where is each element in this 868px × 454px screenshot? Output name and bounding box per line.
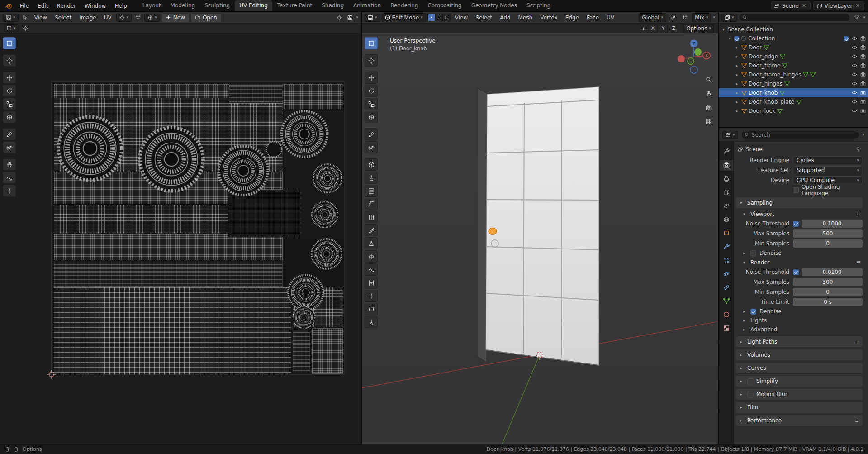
expand-icon[interactable]: ▸ [735, 45, 740, 50]
vp-menu-uv[interactable]: UV [603, 13, 617, 22]
section-curves[interactable]: ▸Curves [736, 363, 863, 373]
viewport-noise-threshold-field[interactable]: 0.1000 [802, 220, 863, 228]
pan-view-icon[interactable] [704, 89, 713, 98]
gizmo-y-neg-axis[interactable] [688, 58, 694, 64]
uv-tool-annotate[interactable] [3, 128, 16, 140]
door-object[interactable] [477, 87, 599, 365]
mirror-y-toggle[interactable]: Y [659, 25, 668, 32]
snapping-magnet-icon[interactable] [680, 13, 690, 22]
vp-tool-transform[interactable] [365, 111, 378, 123]
expand-icon[interactable]: ▸ [735, 100, 740, 104]
render-presets-icon[interactable]: ≡ [857, 259, 863, 265]
tab-render[interactable] [720, 160, 733, 171]
tab-particles[interactable] [720, 255, 733, 266]
viewport-denoise-checkbox[interactable] [750, 250, 756, 256]
section-motion-blur[interactable]: ▸ Motion Blur [736, 389, 863, 400]
uv-menu-uv[interactable]: UV [101, 13, 115, 22]
tab-material[interactable] [720, 309, 733, 320]
hide-eye-icon[interactable] [852, 72, 857, 77]
outliner-row-door-frame-hinges[interactable]: ▸ Door_frame_hinges [719, 70, 868, 79]
vp-menu-view[interactable]: View [452, 13, 471, 22]
expand-icon[interactable]: ▸ [735, 109, 740, 113]
uv-tool-rotate[interactable] [3, 85, 16, 97]
tab-texture[interactable] [720, 323, 733, 334]
tab-physics[interactable] [720, 268, 733, 279]
section-volumes[interactable]: ▸Volumes [736, 349, 863, 360]
section-light-paths[interactable]: ▸Light Paths ≡ [736, 336, 863, 347]
light-paths-presets-icon[interactable]: ≡ [854, 339, 859, 345]
hide-eye-icon[interactable] [852, 99, 857, 105]
expand-icon[interactable]: ▸ [735, 81, 740, 86]
vp-tool-shrink-fatten[interactable] [365, 290, 378, 302]
uv-tool-grab[interactable] [3, 158, 16, 171]
advanced-row[interactable]: ▸Advanced [736, 325, 863, 334]
performance-presets-icon[interactable]: ≡ [854, 418, 859, 424]
pin-icon[interactable] [855, 147, 861, 152]
mirror-x-toggle[interactable]: X [648, 25, 657, 32]
header-overflow-icon[interactable]: ▾ [713, 15, 715, 19]
vp-tool-select-box[interactable] [365, 37, 378, 49]
disable-render-icon[interactable] [860, 72, 866, 77]
outliner-row-door-knob[interactable]: ▸ Door_knob [719, 88, 868, 97]
render-max-samples-field[interactable]: 300 [793, 278, 863, 286]
open-image-button[interactable]: Open [191, 13, 222, 22]
tab-geometry-nodes[interactable]: Geometry Nodes [467, 0, 522, 11]
uv-tool-transform[interactable] [3, 111, 16, 123]
exclude-checkbox[interactable] [844, 36, 849, 41]
gizmo-x-neg-axis[interactable] [678, 55, 685, 62]
tab-modifiers[interactable] [720, 241, 733, 252]
hide-eye-icon[interactable] [852, 54, 857, 59]
viewport-presets-icon[interactable]: ≡ [857, 211, 863, 217]
subsection-render[interactable]: ▾Render ≡ [736, 258, 863, 267]
disable-render-icon[interactable] [860, 45, 866, 50]
hide-eye-icon[interactable] [852, 90, 857, 96]
hide-eye-icon[interactable] [852, 108, 857, 114]
vp-tool-bevel[interactable] [365, 198, 378, 210]
viewport-noise-threshold-checkbox[interactable] [793, 221, 799, 227]
vp-tool-extrude-region[interactable] [365, 172, 378, 184]
disable-render-icon[interactable] [860, 36, 866, 41]
vp-tool-inset-faces[interactable] [365, 185, 378, 197]
feature-set-dropdown[interactable]: Supported▾ [793, 166, 863, 174]
vp-tool-measure[interactable] [365, 141, 378, 153]
scene-selector[interactable]: Scene ✕ [771, 1, 811, 10]
viewport-denoise-row[interactable]: ▸ Denoise [736, 249, 863, 258]
device-dropdown[interactable]: GPU Compute▾ [793, 176, 863, 184]
outliner-row-door-frame[interactable]: ▸ Door_frame [719, 61, 868, 70]
tab-shading[interactable]: Shading [317, 0, 348, 11]
tab-constraints[interactable] [720, 282, 733, 293]
render-denoise-row[interactable]: ▸ Denoise [736, 307, 863, 316]
toggle-perspective-icon[interactable] [704, 117, 713, 126]
tab-sculpting[interactable]: Sculpting [200, 0, 234, 11]
properties-options-icon[interactable]: ▾ [862, 133, 864, 137]
vp-tool-rotate[interactable] [365, 85, 378, 97]
disable-render-icon[interactable] [860, 63, 866, 68]
vp-tool-poly-build[interactable] [365, 237, 378, 249]
vp-menu-face[interactable]: Face [583, 13, 602, 22]
section-performance[interactable]: ▸Performance ≡ [736, 415, 863, 426]
vp-tool-shear[interactable] [365, 303, 378, 315]
tab-view-layer[interactable] [720, 187, 733, 198]
tab-tool[interactable] [720, 146, 733, 157]
outliner-editor-type-selector[interactable]: ▾ [721, 14, 737, 22]
menu-render[interactable]: Render [52, 1, 80, 10]
outliner-row-door-lock[interactable]: ▸ Door_lock [719, 106, 868, 115]
disable-render-icon[interactable] [860, 81, 866, 86]
tab-compositing[interactable]: Compositing [423, 0, 466, 11]
tab-texture-paint[interactable]: Texture Paint [273, 0, 317, 11]
tab-world[interactable] [720, 214, 733, 225]
vp-menu-add[interactable]: Add [497, 13, 513, 22]
expand-icon[interactable]: ▾ [727, 36, 732, 41]
osl-checkbox[interactable] [793, 187, 799, 193]
tab-uv-editing[interactable]: UV Editing [235, 0, 272, 11]
vp-menu-select[interactable]: Select [472, 13, 495, 22]
vp-tool-edge-slide[interactable] [365, 277, 378, 289]
mode-selector[interactable]: Edit Mode▾ [382, 13, 426, 22]
subsection-viewport[interactable]: ▾Viewport ≡ [736, 209, 863, 219]
disable-render-icon[interactable] [860, 54, 866, 59]
snap-target-icon[interactable] [668, 13, 678, 22]
uv-tool-move[interactable] [3, 72, 16, 84]
viewlayer-selector[interactable]: ViewLayer ✕ [813, 1, 864, 10]
tab-scripting[interactable]: Scripting [522, 0, 555, 11]
face-select-mode-icon[interactable] [443, 14, 451, 21]
